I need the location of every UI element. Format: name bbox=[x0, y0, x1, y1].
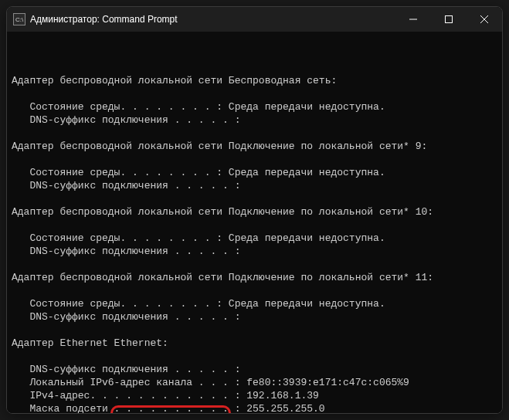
terminal-line bbox=[12, 61, 497, 74]
terminal-line bbox=[12, 350, 497, 363]
terminal-line bbox=[12, 323, 497, 337]
terminal-line: DNS-суффикс подключения . . . . . : bbox=[12, 179, 497, 192]
minimize-icon bbox=[409, 15, 417, 23]
terminal-line: Адаптер беспроводной локальной сети Бесп… bbox=[12, 74, 497, 87]
terminal-line bbox=[12, 87, 497, 100]
terminal-line: Состояние среды. . . . . . . . : Среда п… bbox=[12, 297, 497, 310]
minimize-button[interactable] bbox=[395, 7, 431, 32]
terminal-line: Адаптер беспроводной локальной сети Подк… bbox=[12, 271, 497, 284]
terminal-line bbox=[12, 284, 497, 297]
close-button[interactable] bbox=[467, 7, 502, 32]
terminal-line: DNS-суффикс подключения . . . . . : bbox=[12, 310, 497, 323]
cmd-icon: C:\ bbox=[13, 13, 25, 25]
close-icon bbox=[480, 15, 488, 23]
terminal-line: Маска подсети . . . . . . . . . . : 255.… bbox=[12, 402, 497, 413]
command-prompt-window: C:\ Администратор: Command Prompt Адапте… bbox=[6, 6, 503, 414]
terminal-line bbox=[12, 218, 497, 232]
window-title: Администратор: Command Prompt bbox=[30, 14, 395, 25]
terminal-line bbox=[12, 192, 497, 205]
terminal-line bbox=[12, 127, 497, 140]
terminal-line: Адаптер беспроводной локальной сети Подк… bbox=[12, 140, 497, 153]
titlebar[interactable]: C:\ Администратор: Command Prompt bbox=[7, 7, 502, 32]
terminal-line: Локальный IPv6-адрес канала . . . : fe80… bbox=[12, 376, 497, 389]
terminal-line: DNS-суффикс подключения . . . . . : bbox=[12, 113, 497, 127]
maximize-icon bbox=[445, 15, 453, 23]
terminal-line: Состояние среды. . . . . . . . : Среда п… bbox=[12, 232, 497, 245]
terminal-line: DNS-суффикс подключения . . . . . : bbox=[12, 363, 497, 376]
maximize-button[interactable] bbox=[431, 7, 467, 32]
terminal-line bbox=[12, 258, 497, 271]
terminal-line: Адаптер Ethernet Ethernet: bbox=[12, 337, 497, 350]
window-controls bbox=[395, 7, 502, 32]
terminal-line: IPv4-адрес. . . . . . . . . . . . : 192.… bbox=[12, 389, 497, 402]
terminal-line: Состояние среды. . . . . . . . : Среда п… bbox=[12, 100, 497, 113]
terminal-output[interactable]: Адаптер беспроводной локальной сети Бесп… bbox=[7, 32, 502, 413]
terminal-line: Адаптер беспроводной локальной сети Подк… bbox=[12, 205, 497, 218]
svg-rect-1 bbox=[446, 16, 453, 23]
terminal-line bbox=[12, 153, 497, 166]
terminal-line: DNS-суффикс подключения . . . . . : bbox=[12, 245, 497, 258]
terminal-line: Состояние среды. . . . . . . . : Среда п… bbox=[12, 166, 497, 179]
